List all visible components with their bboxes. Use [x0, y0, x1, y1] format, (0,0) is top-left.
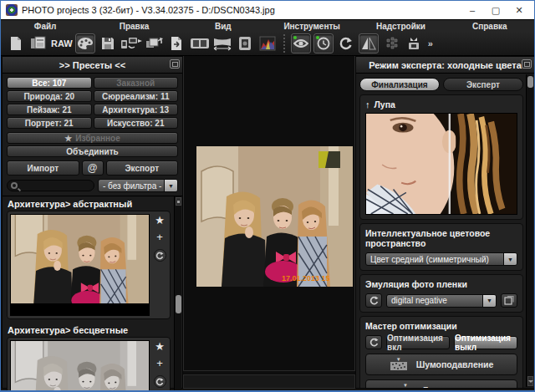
- filter-dropdown[interactable]: - без фильтра - ▼: [98, 179, 178, 192]
- category-custom-button[interactable]: Заказной: [94, 77, 179, 89]
- color-space-value: Цвет средний (симметричный): [366, 253, 503, 265]
- compare-dots-icon[interactable]: [381, 33, 401, 53]
- film-emulation-dropdown[interactable]: digital negative ▼: [386, 294, 497, 308]
- minimize-button[interactable]: –: [461, 2, 484, 18]
- preset-thumbnail-image[interactable]: [10, 340, 150, 392]
- preset-group-title[interactable]: Архитектура> бесцветные: [3, 323, 182, 337]
- email-share-button[interactable]: @: [82, 160, 104, 176]
- tone-curve-icon: ▼: [396, 384, 415, 388]
- category-architecture-button[interactable]: Архитектура: 13: [94, 104, 179, 115]
- expert-panel-scrollbar[interactable]: [526, 74, 533, 387]
- dock-pin-icon[interactable]: [522, 59, 532, 69]
- send-to-device-icon[interactable]: [120, 33, 142, 53]
- noise-reduction-button[interactable]: ▼ Шумоподавление: [365, 354, 517, 375]
- save-icon[interactable]: [98, 33, 118, 53]
- thumbnail-actions: ★ +: [152, 340, 167, 392]
- scrollbar-thumb[interactable]: [527, 76, 533, 88]
- menu-bar: Файл Правка Вид Инструменты Надстройки С…: [1, 19, 534, 32]
- preview-canvas[interactable]: [183, 56, 355, 371]
- history-clock-icon[interactable]: [313, 33, 334, 53]
- preset-thumbnail-card[interactable]: ★ +: [7, 337, 171, 392]
- toolbar-overflow-chevron[interactable]: »: [426, 38, 435, 48]
- film-copy-icon[interactable]: [501, 293, 517, 308]
- refresh-icon[interactable]: [154, 249, 166, 262]
- photo-preview[interactable]: [196, 146, 353, 287]
- frame-icon[interactable]: [235, 33, 255, 53]
- menu-file[interactable]: Файл: [1, 22, 89, 31]
- toolbar-separator: [283, 34, 285, 53]
- thumbnail-actions: ★ +: [152, 214, 167, 316]
- palette-icon[interactable]: [75, 33, 95, 53]
- noise-reduction-label: Шумоподавление: [416, 359, 494, 369]
- filmstrip-icon[interactable]: [190, 33, 210, 53]
- menu-view[interactable]: Вид: [179, 22, 268, 31]
- raw-label: RAW: [51, 38, 73, 48]
- maximize-button[interactable]: ▢: [484, 2, 507, 18]
- chevron-down-icon: ▼: [503, 253, 517, 265]
- new-file-icon[interactable]: [6, 33, 26, 53]
- dock-pin-icon[interactable]: [170, 59, 180, 69]
- category-all-button[interactable]: Все: 107: [7, 77, 92, 89]
- open-copy-icon[interactable]: [28, 33, 48, 53]
- menu-addons[interactable]: Надстройки: [356, 22, 445, 31]
- combine-button[interactable]: Объединить: [7, 145, 178, 157]
- category-portrait-button[interactable]: Портрет: 21: [7, 117, 92, 129]
- main-area: >> Пресеты << Все: 107 Заказной Природа:…: [1, 56, 534, 389]
- color-space-title: Интеллектуальное цветовое пространство: [365, 228, 517, 248]
- reset-refresh-icon[interactable]: [365, 335, 382, 349]
- refresh-icon[interactable]: [154, 375, 166, 388]
- preset-thumbnail-card[interactable]: ★ +: [7, 211, 171, 319]
- title-bar: PHOTO projects 3 (32-бит) - V3.34.02375 …: [1, 1, 534, 19]
- rotate-images-icon[interactable]: [145, 33, 165, 53]
- import-button[interactable]: Импорт: [7, 160, 79, 176]
- histogram-icon[interactable]: [257, 33, 278, 53]
- active-indicator: [316, 36, 319, 39]
- menu-edit[interactable]: Правка: [89, 22, 178, 31]
- category-nature-button[interactable]: Природа: 20: [7, 90, 92, 102]
- loupe-preview[interactable]: [365, 113, 517, 215]
- optimization-on-button[interactable]: Оптимизация вкл: [386, 336, 450, 349]
- film-emulation-value: digital negative: [387, 295, 482, 307]
- favorites-button[interactable]: ★ Избранное: [7, 132, 178, 144]
- tab-expert[interactable]: Эксперт: [443, 78, 523, 91]
- flip-mirror-icon[interactable]: [359, 33, 379, 53]
- category-art-button[interactable]: Искусство: 21: [94, 117, 179, 129]
- reset-refresh-icon[interactable]: [365, 293, 382, 308]
- chevron-down-icon: ▼: [482, 295, 496, 307]
- scroll-up-button[interactable]: [176, 197, 181, 206]
- presets-panel-title: >> Пресеты <<: [59, 60, 125, 70]
- star-icon: ★: [64, 134, 72, 143]
- export-page-icon[interactable]: [167, 33, 187, 53]
- loupe-header[interactable]: ↑ Лупа: [365, 99, 517, 109]
- expert-tabs: Финализация Эксперт: [359, 78, 523, 91]
- category-surreal-button[interactable]: Сюрреализм: 11: [94, 90, 179, 102]
- color-space-dropdown[interactable]: Цвет средний (симметричный) ▼: [365, 252, 517, 266]
- panorama-icon[interactable]: [212, 33, 232, 53]
- menu-help[interactable]: Справка: [446, 22, 534, 31]
- scrollbar-thumb[interactable]: [176, 295, 181, 313]
- favorite-star-icon[interactable]: ★: [155, 342, 165, 352]
- favorite-star-icon[interactable]: ★: [155, 216, 165, 226]
- app-window: PHOTO projects 3 (32-бит) - V3.34.02375 …: [0, 0, 535, 392]
- add-plus-icon[interactable]: +: [156, 359, 163, 369]
- add-plus-icon[interactable]: +: [156, 232, 163, 242]
- crop-export-icon[interactable]: [404, 33, 424, 53]
- preview-eye-icon[interactable]: [291, 33, 311, 53]
- raw-mode-button[interactable]: RAW: [51, 33, 73, 53]
- tone-gradation-button[interactable]: ▼ Градация тона: [365, 379, 517, 388]
- filmstrip-bar[interactable]: [183, 374, 355, 389]
- preset-search-box[interactable]: [7, 180, 94, 191]
- preset-group-title[interactable]: Архитектура> абстрактный: [3, 196, 182, 211]
- category-landscape-button[interactable]: Пейзаж: 21: [7, 104, 92, 115]
- close-button[interactable]: ✕: [507, 2, 531, 18]
- redo-icon[interactable]: [336, 33, 356, 53]
- optimization-off-button[interactable]: Оптимизация выкл: [454, 336, 517, 349]
- preset-thumbnail-image[interactable]: [10, 214, 150, 316]
- export-button[interactable]: Экспорт: [106, 160, 179, 176]
- menu-tools[interactable]: Инструменты: [268, 22, 356, 31]
- preset-list-scrollbar[interactable]: [174, 196, 181, 392]
- film-emulation-section: Эмуляция фото пленки digital negative ▼: [359, 274, 523, 313]
- tab-finalization[interactable]: Финализация: [359, 78, 440, 91]
- preset-search-input[interactable]: [18, 181, 90, 190]
- scroll-down-button[interactable]: [527, 376, 533, 386]
